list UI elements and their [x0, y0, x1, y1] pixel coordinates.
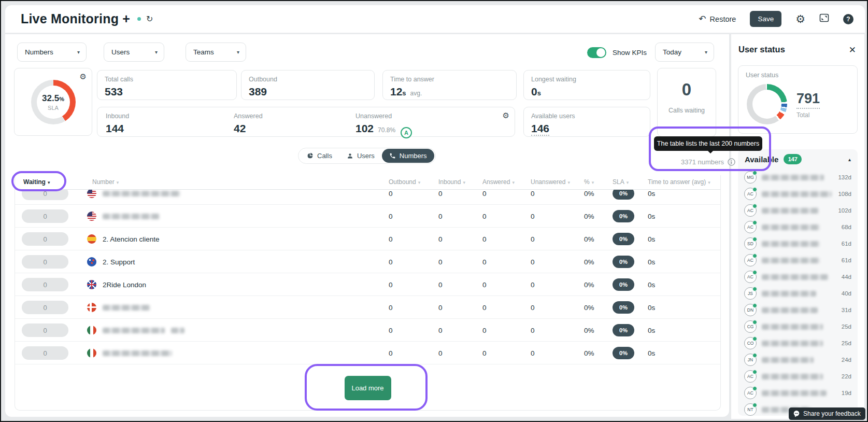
user-list-item[interactable]: CO25d [738, 335, 858, 351]
feedback-button[interactable]: Share your feedback [789, 407, 865, 420]
status-dot [752, 336, 757, 341]
user-list-item[interactable]: DN31d [738, 302, 858, 318]
refresh-icon[interactable]: ↻ [146, 14, 153, 24]
percent-cell: 0% [584, 235, 594, 243]
number-cell [87, 348, 172, 358]
kpi-time-to-answer: Time to answer 12savg. [382, 70, 517, 100]
unanswered-cell: 0 [531, 327, 535, 334]
availability-duration: 19d [842, 390, 851, 396]
available-count-badge: 147 [784, 154, 802, 164]
sort-caret-icon: ▾ [512, 180, 515, 185]
sort-caret-icon: ▾ [708, 180, 710, 185]
user-list-item[interactable]: JS40d [738, 285, 858, 302]
redacted-number-name [103, 191, 180, 196]
tab-numbers[interactable]: Numbers [382, 149, 434, 163]
column-header-number[interactable]: Number▾ [92, 178, 119, 186]
user-list-item[interactable]: AC61d [738, 252, 858, 269]
info-icon[interactable] [728, 158, 735, 166]
waiting-cell: 0 [22, 232, 68, 246]
user-list-item[interactable]: JN24d [738, 351, 858, 368]
tab-users[interactable]: Users [339, 149, 382, 163]
status-dot [752, 320, 757, 325]
inbound-cell: 0 [438, 304, 443, 312]
answered-cell: 0 [482, 258, 487, 266]
column-header-sla[interactable]: SLA▾ [613, 178, 629, 186]
table-row[interactable]: 000000%0%0s [15, 319, 720, 342]
answered-cell: 0 [482, 190, 487, 198]
sla-pill: 0% [613, 278, 634, 291]
load-more-button[interactable]: Load more [345, 376, 391, 400]
waiting-pill: 0 [22, 190, 68, 200]
table-row[interactable]: 02. Atencion cliente00000%0%0s [15, 228, 720, 250]
user-list-item[interactable]: AC108d [738, 186, 858, 202]
table-row[interactable]: 000000%0%0s [15, 190, 720, 205]
avatar: AC [744, 387, 757, 399]
sort-caret-icon: ▾ [418, 180, 421, 185]
page-title: Live Monitoring + [21, 11, 130, 26]
status-dot [752, 187, 757, 192]
save-button[interactable]: Save [750, 11, 781, 27]
sla-cell: 0% [613, 278, 634, 291]
tab-calls[interactable]: Calls [300, 149, 339, 163]
table-row[interactable]: 02. Support00000%0%0s [15, 250, 720, 273]
column-header-waiting[interactable]: Waiting▾ [23, 178, 50, 186]
availability-duration: 44d [842, 274, 851, 280]
chevron-down-icon: ▾ [155, 49, 158, 55]
number-name: 2. Atencion cliente [103, 235, 160, 243]
outbound-cell: 0 [389, 281, 393, 289]
total-users-value: 791 [796, 91, 820, 109]
time-to-answer-cell: 0s [648, 213, 655, 220]
fullscreen-icon[interactable] [819, 13, 829, 25]
avatar: NT [744, 403, 757, 416]
status-dot [752, 220, 757, 225]
tab-label: Calls [317, 152, 332, 160]
numbers-filter-dropdown[interactable]: Numbers ▾ [17, 43, 87, 62]
user-status-donut-chart [747, 84, 787, 124]
gear-icon[interactable]: ⚙ [503, 111, 509, 120]
column-header-answered[interactable]: Answered▾ [482, 178, 515, 186]
table-row[interactable]: 000000%0%0s [15, 205, 720, 228]
inbound-cell: 0 [438, 349, 443, 357]
waiting-cell: 0 [22, 209, 68, 223]
app-window: Live Monitoring + ↻ ↶ Restore Save ⚙ ? N… [0, 0, 868, 422]
waiting-cell: 0 [22, 255, 68, 269]
view-tabs: CallsUsersNumbers [298, 148, 436, 164]
number-cell: 2. Atencion cliente [87, 234, 160, 244]
user-list-item[interactable]: MG132d [738, 169, 858, 186]
user-list-item[interactable]: AC68d [738, 219, 858, 235]
help-icon[interactable]: ? [843, 14, 853, 24]
number-name: 2Ride London [103, 281, 146, 289]
settings-gear-icon[interactable]: ⚙ [795, 13, 805, 24]
kpi-available-users: Available users 146 [523, 107, 650, 137]
avatar: CO [744, 337, 757, 349]
user-list-item[interactable]: AC44d [738, 269, 858, 285]
column-header-inbound[interactable]: Inbound▾ [438, 178, 465, 186]
sidebar-title: User status [738, 45, 785, 54]
percent-cell: 0% [584, 349, 594, 357]
column-header-unanswered[interactable]: Unanswered▾ [531, 178, 570, 186]
table-row[interactable]: 000000%0%0s [15, 342, 720, 364]
user-list-item[interactable]: SD61d [738, 235, 858, 252]
sla-pill: 0% [613, 233, 634, 245]
column-header-outbound[interactable]: Outbound▾ [389, 178, 420, 186]
answered-cell: 0 [482, 213, 487, 220]
answered-cell: 0 [482, 349, 487, 357]
table-row[interactable]: 000000%0%0s [15, 296, 720, 319]
percent-cell: 0% [584, 258, 594, 266]
table-row[interactable]: 02Ride London00000%0%0s [15, 273, 720, 296]
teams-filter-dropdown[interactable]: Teams ▾ [186, 43, 246, 62]
show-kpis-toggle[interactable] [587, 47, 606, 58]
column-header--[interactable]: %▾ [584, 178, 594, 186]
user-list-item[interactable]: AC19d [738, 385, 858, 401]
user-list-item[interactable]: CG25d [738, 318, 858, 335]
restore-button[interactable]: ↶ Restore [699, 13, 736, 24]
availability-duration: 61d [842, 257, 851, 263]
user-list-item[interactable]: AC102d [738, 202, 858, 219]
user-list-item[interactable]: AC22d [738, 368, 858, 385]
close-icon[interactable]: ✕ [849, 45, 856, 55]
answered-cell: 0 [482, 327, 487, 334]
gear-icon[interactable]: ⚙ [80, 72, 87, 81]
period-dropdown[interactable]: Today ▾ [655, 43, 714, 62]
users-filter-dropdown[interactable]: Users ▾ [104, 43, 164, 62]
column-header-time-to-answer-avg-[interactable]: Time to answer (avg)▾ [648, 178, 710, 186]
